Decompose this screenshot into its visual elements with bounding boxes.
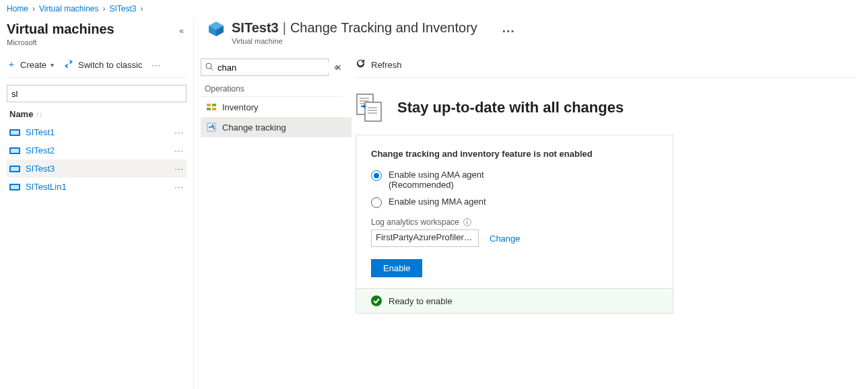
chevron-down-icon: ▾ xyxy=(51,61,54,69)
change-workspace-link[interactable]: Change xyxy=(490,234,521,244)
swap-icon xyxy=(63,59,74,71)
page-more-icon[interactable]: … xyxy=(502,20,516,36)
vm-filter-input[interactable] xyxy=(7,85,187,102)
breadcrumb-vm[interactable]: SITest3 xyxy=(110,4,137,13)
vm-row-sitest1[interactable]: SITest1 ··· xyxy=(7,123,187,141)
svg-rect-5 xyxy=(11,167,19,171)
enable-button[interactable]: Enable xyxy=(371,259,422,277)
radio-ama-label: Enable using AMA agent xyxy=(389,170,484,180)
vm-icon xyxy=(9,182,20,192)
svg-line-12 xyxy=(211,68,213,70)
row-more-icon[interactable]: ··· xyxy=(174,182,184,192)
column-header-name[interactable]: Name ↑↓ xyxy=(7,102,187,123)
inventory-icon xyxy=(206,102,217,112)
vm-icon xyxy=(9,146,20,155)
svg-rect-1 xyxy=(11,131,19,135)
nav-item-label: Inventory xyxy=(222,102,258,112)
main-toolbar: Refresh xyxy=(356,52,855,78)
create-button[interactable]: ＋ Create ▾ xyxy=(7,59,54,71)
breadcrumb: Home › Virtual machines › SITest3 › xyxy=(0,0,868,17)
svg-rect-16 xyxy=(212,108,216,110)
vm-row-sitestlin1[interactable]: SITestLin1 ··· xyxy=(7,178,187,196)
breadcrumb-home[interactable]: Home xyxy=(7,4,28,13)
resource-menu-search[interactable]: ✕ xyxy=(201,59,329,76)
vm-name: SITest1 xyxy=(26,127,55,137)
chevron-right-icon: › xyxy=(32,4,35,13)
refresh-label: Refresh xyxy=(371,60,402,70)
vm-name: SITest2 xyxy=(26,145,55,155)
search-icon xyxy=(205,63,213,73)
page-header: SITest3 | Change Tracking and Inventory … xyxy=(194,17,868,52)
row-more-icon[interactable]: ··· xyxy=(174,127,184,137)
breadcrumb-vms[interactable]: Virtual machines xyxy=(39,4,99,13)
more-actions-icon[interactable]: ··· xyxy=(152,60,161,70)
plus-icon: ＋ xyxy=(7,59,16,71)
change-tracking-icon xyxy=(206,122,217,133)
chevron-right-icon: › xyxy=(141,4,143,13)
nav-item-inventory[interactable]: Inventory xyxy=(201,97,352,117)
resource-type: Virtual machine xyxy=(232,37,516,45)
vm-name: SITestLin1 xyxy=(26,182,67,192)
svg-rect-13 xyxy=(207,104,211,106)
changes-doc-icon xyxy=(356,93,382,122)
status-text: Ready to enable xyxy=(389,296,453,306)
vm-list-toolbar: ＋ Create ▾ Switch to classic ··· xyxy=(7,55,187,78)
info-icon[interactable]: i xyxy=(463,218,471,226)
radio-icon xyxy=(371,197,382,208)
vm-row-sitest3[interactable]: SITest3 ··· xyxy=(7,160,187,178)
workspace-label: Log analytics workspace i xyxy=(371,217,658,227)
svg-point-11 xyxy=(206,63,211,69)
svg-rect-14 xyxy=(212,104,216,106)
nav-item-change-tracking[interactable]: Change tracking xyxy=(201,117,352,137)
chevron-right-icon: › xyxy=(103,4,106,13)
sort-asc-icon: ↑↓ xyxy=(36,110,42,118)
nav-group-operations: Operations xyxy=(201,76,342,97)
radio-ama[interactable]: Enable using AMA agent (Recommended) xyxy=(371,170,658,190)
status-band: Ready to enable xyxy=(356,288,673,313)
success-check-icon xyxy=(371,295,382,306)
page-title-feature: Change Tracking and Inventory xyxy=(290,20,477,36)
svg-rect-22 xyxy=(365,102,381,121)
vm-list-title: Virtual machines xyxy=(7,22,114,37)
vm-icon xyxy=(9,128,20,137)
collapse-menu-icon[interactable]: « xyxy=(334,63,339,72)
vm-cube-icon xyxy=(207,20,225,38)
vm-list-panel: Virtual machines Microsoft « ＋ Create ▾ … xyxy=(0,17,194,389)
vm-list-subtitle: Microsoft xyxy=(7,38,114,46)
radio-icon xyxy=(371,170,382,181)
radio-ama-sublabel: (Recommended) xyxy=(389,180,484,190)
page-title-vm: SITest3 xyxy=(232,20,279,36)
card-title: Change tracking and inventory feature is… xyxy=(371,149,658,159)
main-content: Refresh Stay up-to-date with all changes… xyxy=(356,52,868,389)
create-label: Create xyxy=(20,60,46,70)
stay-title: Stay up-to-date with all changes xyxy=(397,99,624,116)
vm-row-sitest2[interactable]: SITest2 ··· xyxy=(7,141,187,160)
refresh-button[interactable]: Refresh xyxy=(356,59,402,71)
resource-menu-search-input[interactable] xyxy=(218,63,331,73)
radio-mma-label: Enable using MMA agent xyxy=(389,197,486,207)
svg-rect-7 xyxy=(11,185,19,189)
nav-item-label: Change tracking xyxy=(222,122,286,133)
switch-classic-label: Switch to classic xyxy=(78,60,142,70)
switch-classic-button[interactable]: Switch to classic xyxy=(63,59,142,71)
collapse-panel-icon[interactable]: « xyxy=(179,26,187,36)
refresh-icon xyxy=(356,59,366,71)
svg-rect-15 xyxy=(207,108,211,110)
row-more-icon[interactable]: ··· xyxy=(174,145,184,155)
enable-card: Change tracking and inventory feature is… xyxy=(356,135,673,314)
vm-icon xyxy=(9,164,20,174)
title-separator: | xyxy=(283,20,286,36)
workspace-field[interactable]: FirstPartyAzureProfilerIn... xyxy=(371,229,479,247)
row-more-icon[interactable]: ··· xyxy=(174,164,184,174)
vm-name: SITest3 xyxy=(26,164,55,174)
resource-menu: ✕ « Operations Inventory Change tracking xyxy=(194,52,356,389)
radio-mma[interactable]: Enable using MMA agent xyxy=(371,197,658,208)
svg-rect-3 xyxy=(11,149,19,153)
